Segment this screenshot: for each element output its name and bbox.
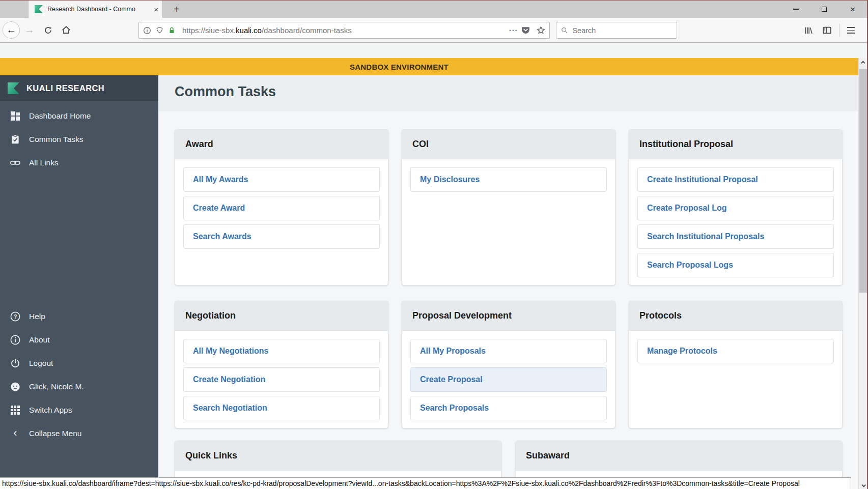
reload-icon [44, 26, 52, 35]
home-button[interactable] [59, 22, 74, 38]
toolbar-right [798, 22, 858, 39]
chevron-left-icon: ‹ [10, 428, 20, 439]
link-create-award[interactable]: Create Award [183, 196, 380, 220]
search-input[interactable] [572, 26, 672, 35]
link-search-proposal-logs[interactable]: Search Proposal Logs [637, 253, 834, 277]
sidebar-item-help[interactable]: ? Help [0, 305, 158, 328]
tracking-shield-icon[interactable] [156, 26, 163, 35]
close-button[interactable]: × [838, 1, 867, 18]
chevron-up-icon [861, 61, 865, 65]
clipboard-check-icon [10, 134, 20, 145]
kuali-logo-icon [8, 82, 19, 94]
home-icon [62, 25, 71, 35]
url-bar[interactable]: https://siue-sbx.kuali.co/dashboard/comm… [138, 22, 550, 39]
kuali-favicon-icon [35, 5, 43, 13]
minimize-button[interactable] [781, 1, 810, 18]
sidebar-header: KUALI RESEARCH [0, 75, 158, 101]
sidebar-item-dashboard-home[interactable]: Dashboard Home [0, 104, 158, 128]
card-title-subaward: Subaward [526, 450, 570, 461]
card-coi: COI My Disclosures [402, 129, 615, 285]
url-text: https://siue-sbx.kuali.co/dashboard/comm… [182, 26, 352, 35]
back-button[interactable]: ← [3, 21, 20, 39]
link-search-institutional-proposals[interactable]: Search Institutional Proposals [637, 224, 834, 249]
card-title-negotiation: Negotiation [185, 310, 236, 321]
new-tab-button[interactable]: + [168, 1, 185, 18]
tab-close-icon[interactable]: × [154, 6, 158, 13]
sidebar-toggle-button[interactable] [819, 23, 834, 38]
link-create-proposal[interactable]: Create Proposal [410, 367, 607, 392]
library-icon [804, 26, 813, 35]
link-search-awards[interactable]: Search Awards [183, 224, 380, 249]
search-bar[interactable] [556, 22, 677, 39]
link-create-negotiation[interactable]: Create Negotiation [183, 367, 380, 392]
toolbar-separator [839, 24, 839, 37]
card-protocols: Protocols Manage Protocols [629, 301, 843, 428]
svg-text:?: ? [14, 313, 17, 320]
sidebar-item-logout[interactable]: Logout [0, 352, 158, 375]
user-face-icon [10, 382, 20, 392]
library-button[interactable] [801, 23, 816, 38]
bookmark-star-icon[interactable] [537, 26, 545, 35]
browser-window: Research Dashboard - Commo × + × ← → [0, 0, 868, 489]
bookmarks-strip [0, 43, 867, 58]
sidebar-item-switch-apps[interactable]: Switch Apps [0, 398, 158, 422]
pocket-icon[interactable] [521, 26, 530, 35]
vertical-scrollbar[interactable] [858, 58, 867, 489]
maximize-icon [822, 7, 827, 12]
sidebar-panel-icon [822, 25, 832, 35]
tab-title-fade [138, 6, 151, 13]
power-icon [10, 358, 20, 368]
link-create-proposal-log[interactable]: Create Proposal Log [637, 196, 834, 220]
scrollbar-thumb[interactable] [859, 69, 867, 293]
tab-title: Research Dashboard - Commo [47, 6, 151, 13]
dashboard-grid-icon [10, 111, 20, 121]
sidebar-item-common-tasks[interactable]: Common Tasks [0, 128, 158, 151]
scroll-down-button[interactable] [859, 481, 867, 489]
page-title: Common Tasks [175, 84, 276, 100]
status-url-preview: https://siue-sbx.kuali.co/dashboard/ifra… [0, 477, 851, 489]
page-info-icon[interactable] [143, 26, 151, 35]
sidebar-item-all-links[interactable]: All Links [0, 151, 158, 175]
menu-button[interactable] [844, 25, 858, 35]
brand-title: KUALI RESEARCH [26, 83, 104, 93]
help-circle-icon: ? [10, 311, 20, 322]
card-award: Award All My Awards Create Award Search … [175, 129, 388, 285]
card-proposal-development: Proposal Development All My Proposals Cr… [402, 301, 615, 428]
navigation-toolbar: ← → https://siue-sbx.kuali.co/dashboard/… [0, 18, 867, 43]
browser-tab[interactable]: Research Dashboard - Commo × [28, 1, 163, 18]
card-title-proposal-development: Proposal Development [412, 310, 512, 321]
forward-button[interactable]: → [22, 22, 37, 38]
link-all-my-negotiations[interactable]: All My Negotiations [183, 339, 380, 363]
card-title-institutional-proposal: Institutional Proposal [639, 139, 733, 150]
page-actions-icon[interactable]: ⋯ [509, 25, 518, 36]
tab-bar: Research Dashboard - Commo × + × [0, 1, 867, 18]
link-manage-protocols[interactable]: Manage Protocols [637, 339, 834, 363]
card-title-protocols: Protocols [639, 310, 682, 321]
card-negotiation: Negotiation All My Negotiations Create N… [175, 301, 388, 428]
search-icon [561, 26, 568, 34]
link-create-institutional-proposal[interactable]: Create Institutional Proposal [637, 167, 834, 192]
card-title-quick-links: Quick Links [185, 450, 237, 461]
sidebar-item-user[interactable]: Glick, Nicole M. [0, 375, 158, 398]
maximize-button[interactable] [810, 1, 838, 18]
window-controls: × [781, 1, 867, 18]
link-search-proposals[interactable]: Search Proposals [410, 396, 607, 420]
reload-button[interactable] [40, 22, 55, 38]
link-icon [10, 158, 20, 168]
sidebar-item-about[interactable]: About [0, 328, 158, 352]
card-institutional-proposal: Institutional Proposal Create Institutio… [629, 129, 843, 285]
secure-lock-icon[interactable] [168, 26, 176, 35]
close-icon: × [850, 5, 855, 14]
link-search-negotiation[interactable]: Search Negotiation [183, 396, 380, 420]
link-all-my-awards[interactable]: All My Awards [183, 167, 380, 192]
sidebar: KUALI RESEARCH Dashboard Home Common Tas… [0, 75, 158, 489]
card-title-coi: COI [412, 139, 429, 150]
sidebar-item-collapse-menu[interactable]: ‹ Collapse Menu [0, 422, 158, 445]
chevron-down-icon [861, 483, 865, 487]
link-all-my-proposals[interactable]: All My Proposals [410, 339, 607, 363]
scroll-up-button[interactable] [859, 58, 867, 67]
info-circle-icon [10, 335, 20, 345]
minimize-icon [793, 9, 799, 9]
apps-grid-icon [10, 405, 20, 415]
link-my-disclosures[interactable]: My Disclosures [410, 167, 607, 192]
